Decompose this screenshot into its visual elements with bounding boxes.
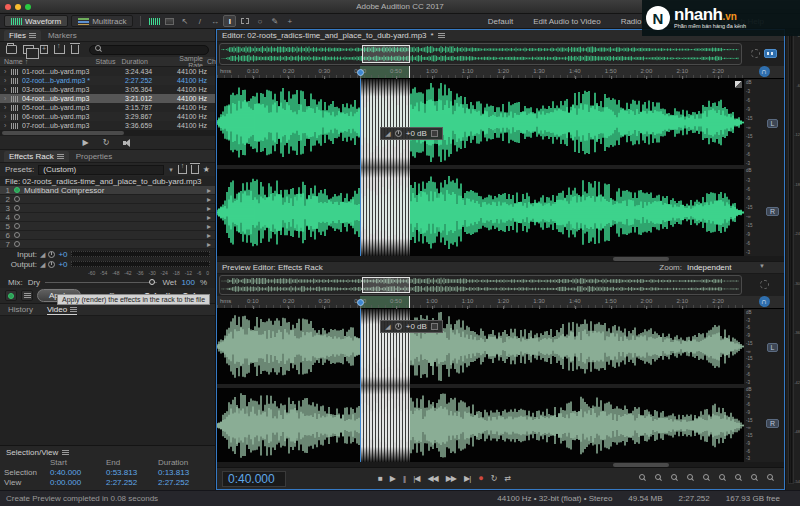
playhead[interactable] <box>360 79 361 256</box>
gear-icon[interactable] <box>751 49 760 58</box>
effect-slot[interactable]: 2▸ <box>0 195 215 204</box>
waveform-view-button[interactable]: Waveform <box>4 15 68 27</box>
rack-power-button[interactable] <box>5 290 17 301</box>
output-gain-knob[interactable] <box>48 261 55 268</box>
preview-overview-strip[interactable] <box>219 275 742 295</box>
slot-arrow-icon[interactable]: ▸ <box>207 222 211 231</box>
levels-meter-panel[interactable]: 0-6-12-18-24-30-36-42-48-54 <box>785 29 800 490</box>
preset-select[interactable]: (Custom) <box>38 165 164 175</box>
zoom-in-at-in-point-button[interactable] <box>734 474 743 483</box>
tab-video[interactable]: Video <box>47 305 77 315</box>
slot-arrow-icon[interactable]: ▸ <box>207 240 211 249</box>
pin-icon[interactable] <box>431 323 438 330</box>
channel-badge-l[interactable]: L <box>767 119 779 128</box>
save-preset-icon[interactable] <box>178 165 187 174</box>
preview-timeline-ruler[interactable]: hms 0:100:200:300:400:501:001:101:201:30… <box>217 296 744 309</box>
effect-slot[interactable]: 4▸ <box>0 213 215 222</box>
files-search-input[interactable] <box>89 45 209 55</box>
hud-gain-knob[interactable] <box>395 323 402 330</box>
spectral-pitch-display-icon[interactable] <box>764 49 777 58</box>
main-waveform-display[interactable]: ◢ +0 dB <box>217 79 744 256</box>
overview-selection[interactable] <box>362 45 411 63</box>
preview-waveform-display[interactable]: ◢ +0 dB <box>217 309 744 463</box>
multitrack-view-button[interactable]: Multitrack <box>71 15 133 27</box>
pause-button[interactable]: || <box>403 475 405 483</box>
zoom-to-selection-button[interactable] <box>718 474 727 483</box>
left-channel-waveform[interactable] <box>217 79 744 166</box>
new-file-icon[interactable] <box>40 45 48 54</box>
effect-slot[interactable]: 7▸ <box>0 240 215 249</box>
panel-menu-icon[interactable] <box>70 307 77 312</box>
skip-to-start-button[interactable]: |◀ <box>413 475 419 483</box>
favorite-star-icon[interactable]: ★ <box>203 165 210 174</box>
zoom-out-time-button[interactable] <box>702 474 711 483</box>
rack-list-icon[interactable] <box>21 290 33 301</box>
preview-play-button[interactable]: ▶ <box>83 139 89 147</box>
spot-healing-brush-tool-icon[interactable]: + <box>283 15 296 27</box>
effect-slot[interactable]: 5▸ <box>0 222 215 231</box>
tab-effects-rack[interactable]: Effects Rack <box>4 151 69 162</box>
lasso-selection-tool-icon[interactable]: ○ <box>253 15 266 27</box>
loop-playback-button[interactable]: ↻ <box>491 475 497 483</box>
tab-properties[interactable]: Properties <box>71 151 117 162</box>
marquee-selection-tool-icon[interactable] <box>238 15 251 27</box>
chevron-down-icon[interactable]: ▼ <box>168 167 174 173</box>
effect-slot[interactable]: 6▸ <box>0 231 215 240</box>
snapping-magnet-icon[interactable]: ∩ <box>759 296 770 307</box>
show-spectral-display-icon[interactable] <box>163 15 176 27</box>
rewind-button[interactable]: ◀◀ <box>427 475 437 483</box>
panel-menu-icon[interactable] <box>438 33 445 38</box>
razor-tool-icon[interactable]: / <box>193 15 206 27</box>
delete-preset-icon[interactable] <box>191 165 199 174</box>
play-button[interactable]: ▶ <box>390 475 395 483</box>
slot-arrow-icon[interactable]: ▸ <box>207 195 211 204</box>
mix-slider[interactable] <box>45 282 157 283</box>
power-icon[interactable] <box>14 241 20 247</box>
snapping-magnet-icon[interactable]: ∩ <box>759 66 770 77</box>
workspace-edit-audio-to-video[interactable]: Edit Audio to Video <box>533 17 600 26</box>
wet-value[interactable]: 100 <box>182 278 195 287</box>
power-icon[interactable] <box>14 232 20 238</box>
tab-files[interactable]: Files <box>4 30 41 41</box>
zoom-in-at-out-point-button[interactable] <box>750 474 759 483</box>
zoom-reset-button[interactable] <box>670 474 679 483</box>
import-files-icon[interactable] <box>23 45 34 54</box>
preview-right-channel-waveform[interactable] <box>217 388 744 463</box>
time-selection-tool-icon[interactable]: I <box>223 15 236 27</box>
tab-history[interactable]: History <box>8 305 33 314</box>
workspace-default[interactable]: Default <box>488 17 513 26</box>
power-icon[interactable] <box>14 223 20 229</box>
fast-forward-button[interactable]: ▶▶ <box>446 475 456 483</box>
open-file-icon[interactable] <box>6 45 17 54</box>
zoom-mode-select[interactable]: Independent▼ <box>687 263 765 272</box>
preview-playhead[interactable] <box>360 309 361 463</box>
channel-badge-r[interactable]: R <box>766 207 779 216</box>
gear-icon[interactable] <box>760 280 769 289</box>
file-row[interactable]: ›03-root...ub-yard.mp33:05.36444100 Hz <box>0 85 215 94</box>
zoom-out-full-button[interactable] <box>766 474 775 483</box>
input-gain-knob[interactable] <box>48 251 55 258</box>
right-channel-waveform[interactable] <box>217 169 744 256</box>
chevron-right-icon[interactable]: › <box>4 113 11 120</box>
stop-button[interactable]: ■ <box>378 475 382 483</box>
panel-menu-icon[interactable] <box>29 33 36 38</box>
preview-left-channel-waveform[interactable] <box>217 309 744 384</box>
tab-markers[interactable]: Markers <box>43 30 82 41</box>
chevron-right-icon[interactable]: › <box>4 104 11 111</box>
slot-arrow-icon[interactable]: ▸ <box>207 213 211 222</box>
move-tool-icon[interactable]: ↖ <box>178 15 191 27</box>
playhead-handle[interactable] <box>357 299 364 306</box>
volume-hud[interactable]: ◢ +0 dB <box>380 127 443 140</box>
slip-tool-icon[interactable]: ↔ <box>208 15 221 27</box>
channel-grab-icon[interactable] <box>735 81 742 88</box>
chevron-right-icon[interactable]: › <box>4 95 11 102</box>
file-row[interactable]: ›06-root...ub-yard.mp33:29.86744100 Hz <box>0 112 215 121</box>
file-row[interactable]: ›04-root...ub-yard.mp33:21.01244100 Hz <box>0 94 215 103</box>
chevron-right-icon[interactable]: › <box>4 77 11 84</box>
skip-selection-button[interactable]: ⇄ <box>504 475 510 483</box>
preview-overview-selection[interactable] <box>362 277 411 293</box>
show-waveform-view-icon[interactable] <box>148 15 161 27</box>
chevron-right-icon[interactable]: › <box>4 68 11 75</box>
playhead-handle[interactable] <box>357 69 364 76</box>
chevron-right-icon[interactable]: › <box>4 122 11 129</box>
